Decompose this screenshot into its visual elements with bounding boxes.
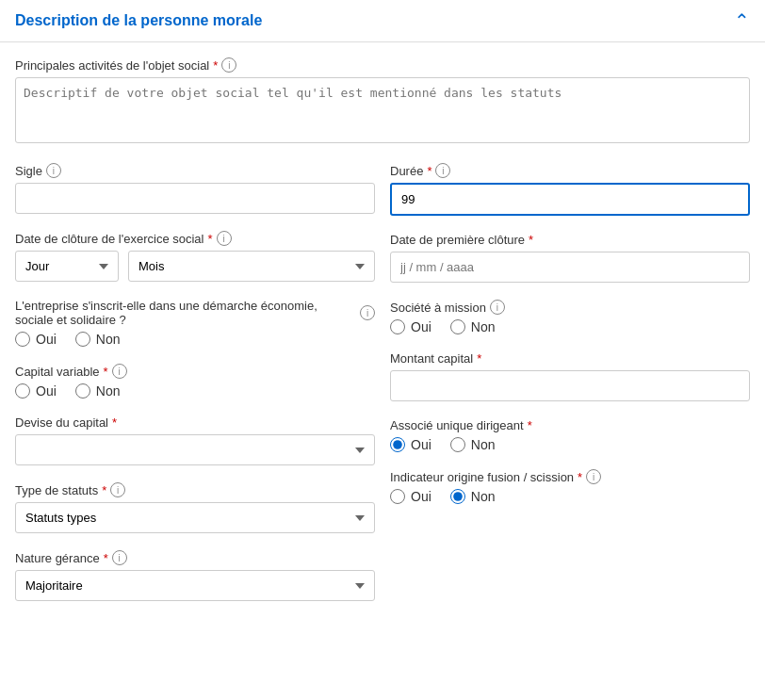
date-premiere-cloture-required: * [529, 233, 533, 247]
associe-unique-oui-option[interactable]: Oui [390, 437, 431, 452]
devise-capital-required: * [112, 415, 117, 430]
type-statuts-field-group: Type de statuts * i Statuts types Statut… [15, 482, 375, 533]
date-premiere-cloture-label: Date de première clôture * [390, 233, 750, 247]
indicateur-fusion-non-option[interactable]: Non [450, 489, 496, 504]
nature-gerance-label: Nature gérance * i [15, 550, 375, 565]
capital-variable-label: Capital variable * i [15, 364, 375, 379]
capital-variable-radio-group: Oui Non [15, 383, 375, 399]
capital-variable-non-label: Non [96, 383, 121, 399]
date-premiere-cloture-input[interactable] [390, 252, 750, 283]
societe-mission-oui-option[interactable]: Oui [390, 319, 431, 334]
indicateur-fusion-label: Indicateur origine fusion / scission * i [390, 469, 750, 484]
right-column: Durée * i Date de première clôture * [390, 163, 750, 618]
type-statuts-select[interactable]: Statuts types Statuts personnalisés [15, 502, 375, 533]
duree-info-icon[interactable]: i [435, 163, 450, 178]
associe-unique-non-radio[interactable] [450, 437, 465, 452]
societe-mission-field-group: Société à mission i Oui Non [390, 300, 750, 334]
capital-variable-non-option[interactable]: Non [75, 383, 121, 399]
associe-unique-required: * [528, 418, 532, 432]
sigle-label: Sigle i [15, 163, 375, 178]
societe-mission-oui-label: Oui [411, 319, 431, 334]
societe-mission-non-label: Non [471, 319, 496, 334]
nature-gerance-field-group: Nature gérance * i Majoritaire Minoritai… [15, 550, 375, 601]
main-two-col: Sigle i Date de clôture de l'exercice so… [15, 163, 750, 618]
nature-gerance-required: * [104, 551, 108, 565]
ess-non-label: Non [96, 332, 121, 347]
section-description-personne-morale: Description de la personne morale ⌃ Prin… [0, 0, 765, 633]
date-cloture-day-select[interactable]: Jour 0102030405 0607080910 1112131415 16… [15, 251, 119, 282]
capital-variable-non-radio[interactable] [75, 383, 90, 399]
devise-capital-select[interactable]: EUR USD GBP [15, 434, 375, 465]
section-header: Description de la personne morale ⌃ [0, 0, 765, 42]
nature-gerance-info-icon[interactable]: i [112, 550, 127, 565]
capital-variable-oui-option[interactable]: Oui [15, 383, 57, 399]
activites-field-group: Principales activités de l'objet social … [15, 57, 750, 146]
ess-non-option[interactable]: Non [75, 332, 121, 347]
montant-capital-required: * [477, 351, 481, 366]
section-title: Description de la personne morale [15, 12, 262, 29]
associe-unique-radio-group: Oui Non [390, 437, 750, 452]
form-body: Principales activités de l'objet social … [0, 42, 765, 633]
ess-oui-radio[interactable] [15, 332, 30, 347]
montant-capital-input[interactable] [390, 370, 750, 401]
associe-unique-non-option[interactable]: Non [450, 437, 496, 452]
montant-capital-label: Montant capital * [390, 351, 750, 366]
associe-unique-oui-label: Oui [411, 437, 431, 452]
indicateur-fusion-oui-label: Oui [411, 489, 431, 504]
societe-mission-oui-radio[interactable] [390, 319, 405, 334]
ess-non-radio[interactable] [75, 332, 90, 347]
activites-info-icon[interactable]: i [221, 57, 236, 73]
duree-input[interactable] [390, 183, 750, 216]
date-cloture-month-select[interactable]: Mois JanvierFévrierMars AvrilMaiJuin Jui… [128, 251, 375, 282]
activites-required: * [213, 58, 218, 73]
indicateur-fusion-oui-option[interactable]: Oui [390, 489, 431, 504]
ess-oui-label: Oui [36, 332, 57, 347]
indicateur-fusion-required: * [578, 470, 582, 484]
indicateur-fusion-non-radio[interactable] [450, 489, 465, 504]
date-cloture-row: Jour 0102030405 0607080910 1112131415 16… [15, 251, 375, 282]
societe-mission-info-icon[interactable]: i [490, 300, 505, 315]
capital-variable-oui-label: Oui [36, 383, 57, 399]
activites-textarea[interactable] [15, 77, 750, 143]
capital-variable-oui-radio[interactable] [15, 383, 30, 399]
sigle-input[interactable] [15, 183, 375, 214]
associe-unique-oui-radio[interactable] [390, 437, 405, 452]
collapse-icon[interactable]: ⌃ [734, 9, 750, 32]
capital-variable-field-group: Capital variable * i Oui Non [15, 364, 375, 399]
date-cloture-field-group: Date de clôture de l'exercice social * i… [15, 231, 375, 282]
duree-required: * [427, 164, 431, 178]
activites-label: Principales activités de l'objet social … [15, 57, 750, 73]
capital-variable-required: * [104, 365, 108, 379]
duree-label: Durée * i [390, 163, 750, 178]
indicateur-fusion-info-icon[interactable]: i [586, 469, 601, 484]
indicateur-fusion-oui-radio[interactable] [390, 489, 405, 504]
montant-capital-field-group: Montant capital * [390, 351, 750, 401]
capital-variable-info-icon[interactable]: i [112, 364, 127, 379]
associe-unique-field-group: Associé unique dirigeant * Oui Non [390, 418, 750, 452]
nature-gerance-select[interactable]: Majoritaire Minoritaire Égalitaire [15, 570, 375, 601]
duree-field-group: Durée * i [390, 163, 750, 216]
sigle-field-group: Sigle i [15, 163, 375, 214]
ess-info-icon[interactable]: i [360, 305, 375, 320]
date-premiere-cloture-field-group: Date de première clôture * [390, 233, 750, 283]
type-statuts-required: * [102, 483, 106, 497]
date-cloture-info-icon[interactable]: i [217, 231, 232, 246]
sigle-info-icon[interactable]: i [46, 163, 61, 178]
indicateur-fusion-field-group: Indicateur origine fusion / scission * i… [390, 469, 750, 504]
associe-unique-non-label: Non [471, 437, 496, 452]
societe-mission-non-option[interactable]: Non [450, 319, 496, 334]
associe-unique-label: Associé unique dirigeant * [390, 418, 750, 432]
societe-mission-non-radio[interactable] [450, 319, 465, 334]
indicateur-fusion-non-label: Non [471, 489, 496, 504]
type-statuts-info-icon[interactable]: i [110, 482, 125, 497]
ess-oui-option[interactable]: Oui [15, 332, 57, 347]
indicateur-fusion-radio-group: Oui Non [390, 489, 750, 504]
ess-field-group: L'entreprise s'inscrit-elle dans une dém… [15, 299, 375, 347]
devise-capital-label: Devise du capital * [15, 415, 375, 430]
date-cloture-label: Date de clôture de l'exercice social * i [15, 231, 375, 246]
societe-mission-label: Société à mission i [390, 300, 750, 315]
devise-capital-field-group: Devise du capital * EUR USD GBP [15, 415, 375, 465]
left-column: Sigle i Date de clôture de l'exercice so… [15, 163, 375, 618]
type-statuts-label: Type de statuts * i [15, 482, 375, 497]
ess-radio-group: Oui Non [15, 332, 375, 347]
